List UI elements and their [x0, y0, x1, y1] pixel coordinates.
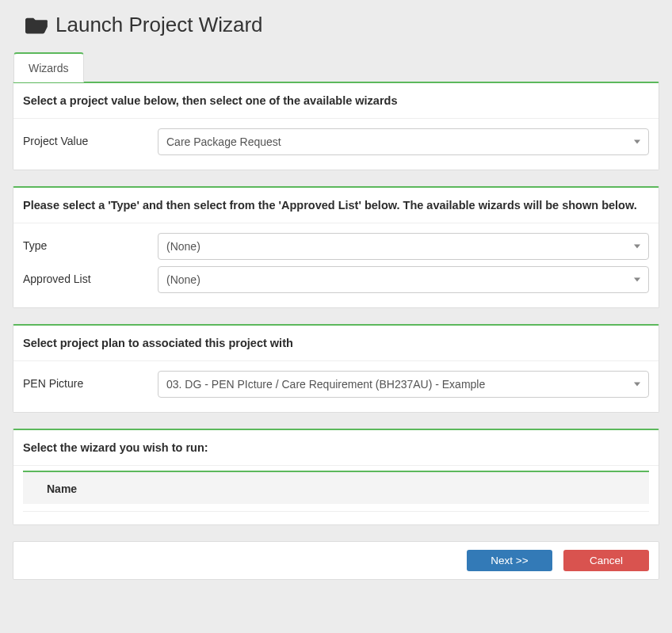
- type-select[interactable]: (None): [158, 233, 649, 260]
- tab-row: Wizards: [13, 51, 659, 82]
- panel-type-approved: Please select a 'Type' and then select f…: [13, 186, 659, 308]
- panel3-heading: Select project plan to associated this p…: [13, 326, 659, 361]
- cancel-button[interactable]: Cancel: [563, 550, 649, 571]
- wizard-table: Name: [23, 471, 649, 512]
- tab-wizards[interactable]: Wizards: [13, 52, 84, 82]
- project-value-selected: Care Package Request: [166, 135, 281, 148]
- page-title: Launch Project Wizard: [55, 13, 263, 37]
- panel-select-project-value: Select a project value below, then selec…: [13, 82, 659, 170]
- pen-picture-label: PEN Picture: [23, 371, 158, 390]
- approved-list-label: Approved List: [23, 266, 158, 285]
- approved-list-select[interactable]: (None): [158, 266, 649, 293]
- page-title-row: Launch Project Wizard: [13, 13, 659, 37]
- type-selected: (None): [166, 240, 200, 253]
- project-value-label: Project Value: [23, 128, 158, 147]
- wizard-table-body: [23, 504, 649, 512]
- panel-project-plan: Select project plan to associated this p…: [13, 324, 659, 413]
- panel2-heading: Please select a 'Type' and then select f…: [13, 188, 659, 223]
- folder-open-icon: [25, 14, 48, 36]
- chevron-down-icon: [634, 140, 640, 144]
- approved-list-selected: (None): [166, 273, 200, 286]
- panel1-heading: Select a project value below, then selec…: [13, 83, 659, 119]
- panel4-heading: Select the wizard you wish to run:: [13, 430, 659, 466]
- panel-select-wizard: Select the wizard you wish to run: Name: [13, 429, 659, 525]
- button-bar: Next >> Cancel: [13, 541, 659, 580]
- next-button[interactable]: Next >>: [467, 550, 552, 571]
- chevron-down-icon: [634, 245, 640, 249]
- pen-picture-select[interactable]: 03. DG - PEN PIcture / Care Requirement …: [158, 371, 649, 398]
- pen-picture-selected: 03. DG - PEN PIcture / Care Requirement …: [166, 378, 485, 391]
- project-value-select[interactable]: Care Package Request: [158, 128, 649, 155]
- type-label: Type: [23, 233, 158, 252]
- wizard-table-column-name: Name: [23, 472, 649, 504]
- chevron-down-icon: [634, 278, 640, 282]
- chevron-down-icon: [634, 383, 640, 387]
